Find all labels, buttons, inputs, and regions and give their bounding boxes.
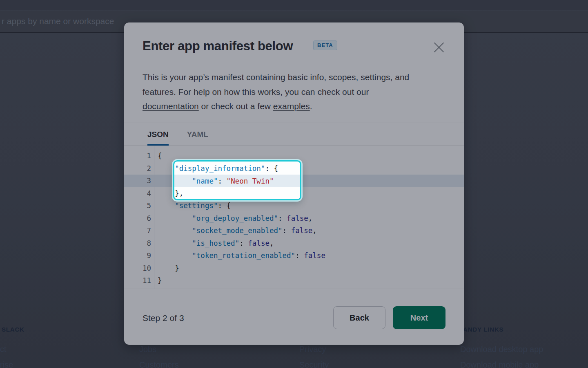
spotlight-code: "display_information": { "name": "Neon T… [173, 162, 278, 200]
screen: SLACKctriseJobsCustomersPrivacySecurityA… [0, 0, 588, 368]
manifest-spotlight-box: "display_information": { "name": "Neon T… [173, 160, 301, 200]
code-line-4[interactable]: }, [173, 187, 278, 200]
code-line-2[interactable]: "display_information": { [173, 162, 278, 175]
code-line-3[interactable]: "name": "Neon Twin" [173, 175, 278, 188]
